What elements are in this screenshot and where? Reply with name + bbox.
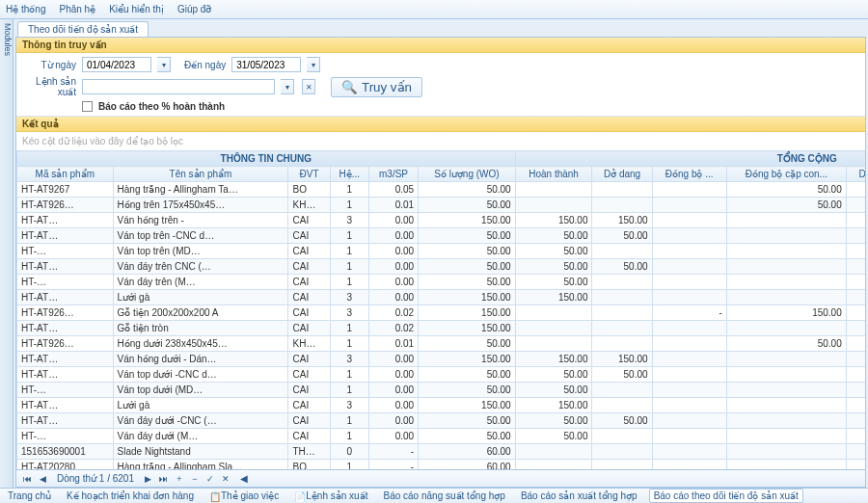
cell: Ván top dưới -CNC d… [113, 367, 288, 383]
menu-item[interactable]: Phân hệ [59, 4, 95, 14]
col-header[interactable]: Hoàn thành [515, 167, 592, 182]
cell: 0.54 [846, 198, 865, 213]
cell [726, 383, 846, 398]
cell: 0 [330, 444, 368, 460]
table-row[interactable]: HT-AT…Lưới gàCAI30.00150.00150.00--150.0… [17, 398, 866, 413]
cell: 150.00 [515, 398, 592, 413]
pager-remove[interactable]: − [188, 472, 202, 486]
pager-add[interactable]: + [173, 472, 186, 486]
statusbar-item[interactable]: 📋Thẻ giao việc [205, 490, 283, 502]
col-header[interactable]: Tên sản phẩm [113, 167, 288, 182]
cell: - [846, 228, 865, 244]
clipboard-icon: 📋 [209, 491, 219, 501]
cell [515, 444, 592, 460]
cell [726, 367, 846, 383]
query-button[interactable]: 🔍 Truy vấn [331, 77, 422, 97]
pager-first[interactable]: ⏮ [20, 472, 34, 486]
col-header[interactable]: Dở dang [592, 167, 652, 182]
col-header[interactable]: Mã sản phẩm [17, 167, 114, 182]
cell: 0.01 [368, 336, 418, 352]
cell [515, 182, 592, 198]
cell: CAI [288, 352, 330, 367]
cell: HT-… [17, 429, 114, 444]
lsx-input[interactable] [82, 79, 275, 94]
table-row[interactable]: HT-AT926…Hồng dưới 238x450x45…KH…10.0150… [17, 336, 866, 352]
cell [592, 383, 652, 398]
table-row[interactable]: HT-AT9267Hàng trắng - Allingham Ta…BO10.… [17, 182, 866, 198]
table-row[interactable]: HT-AT…Ván đáy dưới -CNC (…CAI10.0050.005… [17, 413, 866, 429]
lsx-dropdown[interactable]: ▾ [281, 79, 294, 94]
report-percent-checkbox[interactable] [82, 101, 93, 112]
cell: 3 [330, 290, 368, 305]
cell [652, 198, 726, 213]
from-date-dropdown[interactable]: ▾ [157, 57, 171, 72]
table-row[interactable]: HT-AT20280Hàng trắng - Allingham Sla…BO1… [17, 460, 866, 470]
statusbar-item[interactable]: Báo cáo theo dõi tiến độ sản xuất [649, 489, 803, 503]
cell: - [846, 259, 865, 275]
cell [726, 460, 846, 470]
to-date-dropdown[interactable]: ▾ [307, 57, 320, 72]
table-row[interactable]: HT-AT926…Gỗ tiện 200x200x200 ACAI30.0215… [17, 305, 866, 321]
pager-prev[interactable]: ◀ [36, 472, 49, 486]
col-header[interactable]: Số lượng (WO) [419, 167, 515, 182]
statusbar-item[interactable]: 📄Lệnh sản xuất [290, 490, 371, 502]
cell: 50.00 [515, 429, 592, 444]
sidebar-modules-tab[interactable]: Modules [0, 19, 14, 503]
statusbar-item[interactable]: Báo cáo sản xuất tổng hợp [517, 490, 641, 502]
tab-production-progress[interactable]: Theo dõi tiến độ sản xuất [17, 21, 149, 37]
col-header[interactable]: Hệ... [330, 167, 368, 182]
cell: CAI [288, 367, 330, 383]
groupby-hint[interactable]: Kéo cột dữ liệu vào đây để tạo bộ lọc [16, 132, 865, 150]
pager-cancel[interactable]: ✕ [219, 472, 232, 486]
table-row[interactable]: HT-…Ván top dưới (MD…CAI10.0050.0050.00-… [17, 383, 866, 398]
col-header[interactable]: ĐVT [288, 167, 330, 182]
table-row[interactable]: HT-AT926…Hồng trên 175x450x45…KH…10.0150… [17, 198, 866, 213]
cell: 150.00 [419, 305, 515, 321]
cell: 60.00 [419, 444, 515, 460]
pager-check[interactable]: ✓ [203, 472, 217, 486]
table-row[interactable]: 151653690001Slade NightstandTH…0-60.00- … [17, 444, 866, 460]
table-row[interactable]: HT-…Ván top trên (MD…CAI10.0050.0050.00-… [17, 244, 866, 259]
pager-next[interactable]: ▶ [142, 472, 155, 486]
table-row[interactable]: HT-AT…Ván top trên -CNC d…CAI10.0050.005… [17, 228, 866, 244]
col-header[interactable]: Dự kiến ... [846, 167, 865, 182]
col-header[interactable]: Đồng bộ cặp con... [726, 167, 846, 182]
statusbar-item[interactable]: Kế hoạch triển khai đơn hàng [63, 490, 198, 502]
menu-item[interactable]: Kiểu hiển thị [109, 4, 164, 14]
statusbar-item[interactable]: Trang chủ [4, 490, 55, 502]
cell [592, 336, 652, 352]
cell: HT-AT… [17, 290, 114, 305]
table-row[interactable]: HT-AT…Ván hồng trên -CAI30.00150.00150.0… [17, 213, 866, 228]
col-header[interactable]: m3/SP [368, 167, 418, 182]
cell: 50.00 [515, 244, 592, 259]
cell: HT-AT… [17, 367, 114, 383]
table-row[interactable]: HT-AT…Lưới gàCAI30.00150.00150.00--150.0… [17, 290, 866, 305]
from-date-input[interactable] [82, 57, 151, 72]
cell: 0.00 [368, 213, 418, 228]
cell: - [846, 413, 865, 429]
cell [515, 198, 592, 213]
menu-item[interactable]: Giúp đỡ [177, 4, 211, 14]
statusbar-item[interactable]: Báo cáo năng suất tổng hợp [379, 490, 508, 502]
table-row[interactable]: HT-AT…Ván đáy trên CNC (…CAI10.0050.0050… [17, 259, 866, 275]
table-row[interactable]: HT-…Ván đáy dưới (M…CAI10.0050.0050.00--… [17, 429, 866, 444]
cell [515, 321, 592, 336]
table-row[interactable]: HT-AT…Gỗ tiện trònCAI10.02150.00--150.00… [17, 321, 866, 336]
cell: 150.00 [419, 290, 515, 305]
cell: 50.00 [419, 198, 515, 213]
menu-item[interactable]: Hệ thống [6, 4, 45, 14]
table-row[interactable]: HT-AT…Ván hồng dưới - Dán…CAI30.00150.00… [17, 352, 866, 367]
cell: 50.00 [419, 413, 515, 429]
table-row[interactable]: HT-AT…Ván top dưới -CNC d…CAI10.0050.005… [17, 367, 866, 383]
to-date-input[interactable] [231, 57, 301, 72]
lsx-clear[interactable]: ✕ [302, 79, 315, 94]
col-header[interactable]: Đồng bộ ... [652, 167, 726, 182]
cell: 0.00 [368, 244, 418, 259]
band-total: TỔNG CỘNG [515, 151, 865, 167]
cell [652, 383, 726, 398]
pager-last[interactable]: ⏭ [157, 472, 171, 486]
to-date-label: Đến ngày [184, 60, 226, 70]
table-row[interactable]: HT-…Ván đáy trên (M…CAI10.0050.0050.00--… [17, 275, 866, 290]
grid-scroll[interactable]: THÔNG TIN CHUNG TỔNG CỘNG Phôi (sơ chế) … [16, 150, 865, 469]
cell: 0.00 [368, 259, 418, 275]
